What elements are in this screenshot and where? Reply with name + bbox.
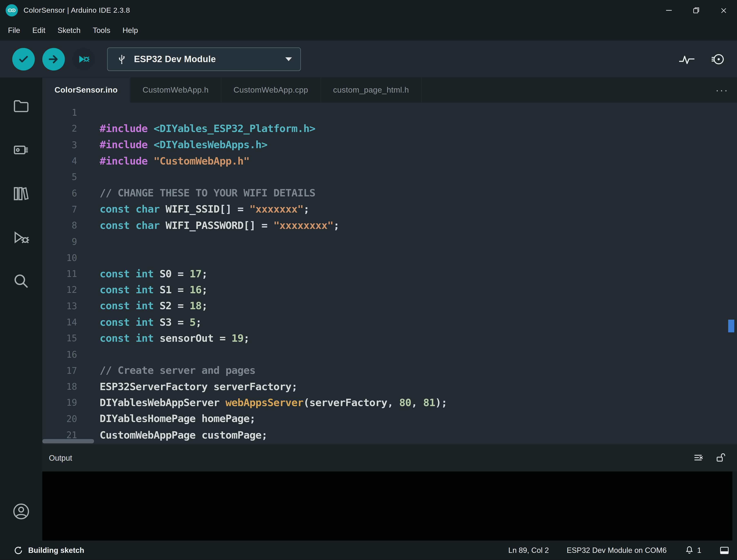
output-panel-header: Output [42, 444, 737, 472]
sidebar-item-account[interactable] [0, 489, 42, 533]
code-text: #include <DIYables_ESP32_Platform.h> [77, 123, 315, 134]
restore-button[interactable] [683, 0, 710, 21]
line-number[interactable]: 8 [42, 220, 77, 231]
code-line[interactable]: 20DIYablesHomePage homePage; [42, 411, 737, 427]
sidebar-item-sketchbook[interactable] [0, 84, 42, 128]
bell-icon [684, 545, 694, 555]
code-line[interactable]: 16 [42, 346, 737, 362]
code-line[interactable]: 10 [42, 250, 737, 266]
code-line[interactable]: 6// CHANGE THESE TO YOUR WIFI DETAILS [42, 185, 737, 201]
sidebar-item-search[interactable] [0, 259, 42, 303]
toolbar: ESP32 Dev Module [0, 40, 737, 78]
line-number[interactable]: 17 [42, 365, 77, 376]
line-number[interactable]: 11 [42, 269, 77, 279]
code-line[interactable]: 9 [42, 233, 737, 250]
notification-count: 1 [697, 546, 701, 554]
line-number[interactable]: 7 [42, 204, 77, 214]
status-building-text: Building sketch [28, 546, 84, 554]
code-line[interactable]: 8const char WIFI_PASSWORD[] = "xxxxxxxx"… [42, 217, 737, 233]
output-title: Output [49, 453, 72, 462]
sidebar-item-library-manager[interactable] [0, 172, 42, 215]
menu-file[interactable]: File [2, 21, 26, 40]
line-number[interactable]: 2 [42, 123, 77, 134]
menu-help[interactable]: Help [116, 21, 144, 40]
code-line[interactable]: 14const int S3 = 5; [42, 314, 737, 330]
close-button[interactable] [710, 0, 737, 21]
line-number[interactable]: 5 [42, 172, 77, 182]
verify-button[interactable] [12, 48, 35, 70]
line-number[interactable]: 3 [42, 139, 77, 150]
line-number[interactable]: 13 [42, 301, 77, 311]
code-line[interactable]: 12const int S1 = 16; [42, 282, 737, 298]
line-number[interactable]: 14 [42, 317, 77, 327]
code-line[interactable]: 7const char WIFI_SSID[] = "xxxxxxx"; [42, 201, 737, 217]
tab-label: ColorSensor.ino [55, 85, 118, 95]
board-chip-icon [12, 141, 30, 159]
line-number[interactable]: 16 [42, 349, 77, 360]
line-number[interactable]: 1 [42, 107, 77, 118]
menu-edit[interactable]: Edit [26, 21, 51, 40]
toggle-panel-button[interactable] [719, 545, 730, 556]
status-line-col[interactable]: Ln 89, Col 2 [508, 546, 549, 554]
statusbar: Building sketch Ln 89, Col 2 ESP32 Dev M… [0, 541, 737, 560]
code-line[interactable]: 19DIYablesWebAppServer webAppsServer(ser… [42, 394, 737, 411]
line-number[interactable]: 15 [42, 333, 77, 343]
menu-sketch[interactable]: Sketch [52, 21, 87, 40]
code-editor[interactable]: 12#include <DIYables_ESP32_Platform.h>3#… [42, 102, 737, 444]
line-number[interactable]: 10 [42, 252, 77, 263]
code-text: // CHANGE THESE TO YOUR WIFI DETAILS [77, 187, 315, 199]
scroll-lock-button[interactable] [716, 452, 727, 464]
sidebar-item-debug[interactable] [0, 215, 42, 259]
code-line[interactable]: 4#include "CustomWebApp.h" [42, 153, 737, 169]
line-number[interactable]: 20 [42, 413, 77, 424]
code-text: // Create server and pages [77, 364, 255, 376]
serial-plotter-button[interactable] [679, 53, 695, 65]
code-line[interactable]: 11const int S0 = 17; [42, 265, 737, 282]
board-selector[interactable]: ESP32 Dev Module [107, 47, 301, 71]
tab-customwebapp-h[interactable]: CustomWebApp.h [130, 78, 221, 103]
line-number[interactable]: 4 [42, 156, 77, 166]
clear-output-button[interactable] [693, 452, 704, 464]
tab-label: CustomWebApp.h [143, 85, 209, 95]
sidebar-item-boards-manager[interactable] [0, 128, 42, 172]
line-number[interactable]: 9 [42, 236, 77, 247]
more-actions-button[interactable]: ··· [716, 78, 729, 103]
menu-tools[interactable]: Tools [87, 21, 116, 40]
code-line[interactable]: 15const int sensorOut = 19; [42, 330, 737, 346]
line-number[interactable]: 21 [42, 430, 77, 440]
code-line[interactable]: 3#include <DIYablesWebApps.h> [42, 137, 737, 153]
upload-button[interactable] [42, 48, 65, 70]
folder-icon [12, 97, 30, 115]
code-line[interactable]: 13const int S2 = 18; [42, 298, 737, 314]
line-number[interactable]: 19 [42, 398, 77, 408]
code-text: const int sensorOut = 19; [77, 332, 249, 344]
serial-monitor-button[interactable] [711, 52, 725, 66]
tab-customwebapp-cpp[interactable]: CustomWebApp.cpp [221, 78, 321, 103]
code-line[interactable]: 18ESP32ServerFactory serverFactory; [42, 379, 737, 395]
status-board-port[interactable]: ESP32 Dev Module on COM6 [567, 546, 667, 554]
minimize-button[interactable] [655, 0, 682, 21]
code-line[interactable]: 1 [42, 104, 737, 121]
ellipsis-icon: ··· [716, 84, 729, 96]
notifications-button[interactable]: 1 [684, 545, 701, 555]
debug-button[interactable] [72, 48, 95, 70]
code-line[interactable]: 17// Create server and pages [42, 362, 737, 379]
code-lines: 12#include <DIYables_ESP32_Platform.h>3#… [42, 104, 737, 443]
tab-colorsensor-ino[interactable]: ColorSensor.ino [42, 78, 130, 103]
code-text: #include <DIYablesWebApps.h> [77, 139, 267, 151]
horizontal-scrollbar-thumb[interactable] [42, 439, 94, 443]
line-number[interactable]: 18 [42, 381, 77, 392]
line-number[interactable]: 12 [42, 284, 77, 295]
code-text: #include "CustomWebApp.h" [77, 155, 249, 167]
line-number[interactable]: 6 [42, 188, 77, 198]
code-line[interactable]: 2#include <DIYables_ESP32_Platform.h> [42, 120, 737, 137]
tab-label: CustomWebApp.cpp [234, 85, 308, 95]
scrollbar-marker[interactable] [728, 320, 734, 332]
code-line[interactable]: 21CustomWebAppPage customPage; [42, 427, 737, 443]
spinner-icon [13, 545, 24, 556]
code-text: const int S0 = 17; [77, 268, 207, 280]
code-text: const int S3 = 5; [77, 316, 202, 328]
code-text: const char WIFI_SSID[] = "xxxxxxx"; [77, 203, 309, 215]
code-line[interactable]: 5 [42, 169, 737, 185]
tab-custom-page-html-h[interactable]: custom_page_html.h [321, 78, 422, 103]
